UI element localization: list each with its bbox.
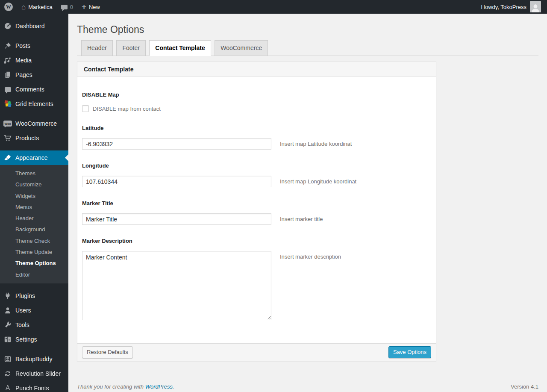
avatar <box>530 1 541 12</box>
longitude-input[interactable] <box>82 176 271 187</box>
home-icon: ⌂ <box>21 3 26 11</box>
sidebar-item-appearance[interactable]: Appearance <box>0 150 68 165</box>
sidebar-item-users[interactable]: Users <box>0 303 68 318</box>
comment-bubble-icon <box>61 5 68 9</box>
sidebar-item-woocommerce[interactable]: Woo WooCommerce <box>0 116 68 131</box>
appearance-submenu: Themes Customize Widgets Menus Header Ba… <box>0 165 68 283</box>
submenu-item-theme-options[interactable]: Theme Options <box>0 258 68 269</box>
new-label: New <box>89 4 100 10</box>
sidebar-item-dashboard[interactable]: Dashboard <box>0 19 68 33</box>
woo-badge-icon: Woo <box>3 119 12 128</box>
admin-bar: W ⌂ Marketica 0 + New Howdy, TokoPress <box>0 0 547 14</box>
comment-count: 0 <box>70 4 73 10</box>
sidebar-item-posts[interactable]: Posts <box>0 38 68 53</box>
backup-box-icon <box>3 355 12 363</box>
submenu-item-themes[interactable]: Themes <box>0 168 68 179</box>
submenu-item-widgets[interactable]: Widgets <box>0 191 68 202</box>
latitude-label: Latitude <box>82 125 431 131</box>
sidebar-item-comments[interactable]: Comments <box>0 82 68 97</box>
marker-description-textarea[interactable]: Marker Content <box>82 251 271 320</box>
wordpress-logo-icon: W <box>4 3 13 11</box>
site-menu[interactable]: ⌂ Marketica <box>17 0 57 14</box>
restore-defaults-button[interactable]: Restore Defaults <box>82 346 133 358</box>
comments-adminbar-link[interactable]: 0 <box>57 0 77 14</box>
letter-a-icon: A <box>3 384 12 392</box>
save-options-button[interactable]: Save Options <box>388 346 431 358</box>
wrench-icon <box>3 321 12 329</box>
pushpin-icon <box>3 41 12 50</box>
disable-map-checkbox[interactable] <box>82 105 89 112</box>
grid-elements-icon <box>3 100 12 108</box>
site-name: Marketica <box>28 4 52 10</box>
wordpress-logo-menu[interactable]: W <box>0 0 17 14</box>
submenu-item-header[interactable]: Header <box>0 213 68 224</box>
person-icon <box>3 306 12 315</box>
plug-icon <box>3 292 12 300</box>
settings-icon <box>3 335 12 344</box>
tab-footer[interactable]: Footer <box>116 40 145 56</box>
sidebar-item-pages[interactable]: Pages <box>0 68 68 82</box>
sidebar-item-media[interactable]: Media <box>0 53 68 68</box>
account-menu[interactable]: Howdy, TokoPress <box>481 0 547 14</box>
howdy-text: Howdy, TokoPress <box>481 4 526 10</box>
dashboard-gauge-icon <box>3 22 12 30</box>
tab-contact-template[interactable]: Contact Template <box>149 40 211 56</box>
page-footer: Thank you for creating with WordPress. V… <box>77 361 538 392</box>
submenu-item-menus[interactable]: Menus <box>0 202 68 213</box>
comment-bubble-icon <box>3 85 12 94</box>
sidebar-item-tools[interactable]: Tools <box>0 318 68 332</box>
marker-title-label: Marker Title <box>82 200 431 206</box>
latitude-help-text: Insert map Latitude koordinat <box>280 141 352 147</box>
longitude-label: Longitude <box>82 162 431 169</box>
tab-header[interactable]: Header <box>81 40 113 56</box>
sidebar-item-settings[interactable]: Settings <box>0 332 68 347</box>
panel-body: DISABLE Map DISABLE map from contact Lat… <box>77 77 436 343</box>
main-content: Theme Options Header Footer Contact Temp… <box>68 0 547 392</box>
media-icon <box>3 56 12 65</box>
marker-title-input[interactable] <box>82 213 271 225</box>
pages-icon <box>3 71 12 79</box>
panel-footer: Restore Defaults Save Options <box>77 343 436 361</box>
marker-description-label: Marker Description <box>82 238 431 244</box>
latitude-input[interactable] <box>82 138 271 150</box>
sidebar-item-backupbuddy[interactable]: BackupBuddy <box>0 352 68 366</box>
footer-thanks-text: Thank you for creating with WordPress. <box>77 383 174 390</box>
admin-sidebar: Dashboard Posts Media Pages Comments <box>0 14 68 392</box>
sidebar-item-revolution-slider[interactable]: Revolution Slider <box>0 366 68 381</box>
sidebar-item-grid-elements[interactable]: Grid Elements <box>0 97 68 111</box>
disable-map-label: DISABLE Map <box>82 91 431 98</box>
paintbrush-icon <box>3 153 12 162</box>
submenu-item-customize[interactable]: Customize <box>0 179 68 190</box>
submenu-item-editor[interactable]: Editor <box>0 269 68 280</box>
refresh-arrows-icon <box>3 369 12 378</box>
cart-icon <box>3 134 12 142</box>
contact-template-panel: Contact Template DISABLE Map DISABLE map… <box>77 62 436 361</box>
plus-icon: + <box>82 3 86 11</box>
marker-description-help-text: Insert marker description <box>280 253 341 260</box>
page-title: Theme Options <box>77 14 538 36</box>
longitude-help-text: Insert map Longitude koordinat <box>280 178 356 185</box>
tab-bar: Header Footer Contact Template WooCommer… <box>77 40 538 56</box>
sidebar-item-plugins[interactable]: Plugins <box>0 289 68 303</box>
submenu-item-theme-update[interactable]: Theme Update <box>0 247 68 258</box>
footer-version: Version 4.1 <box>511 383 538 390</box>
sidebar-item-punch-fonts[interactable]: A Punch Fonts <box>0 381 68 392</box>
sidebar-item-products[interactable]: Products <box>0 131 68 145</box>
tab-woocommerce[interactable]: WooCommerce <box>215 40 268 56</box>
disable-map-checkbox-label: DISABLE map from contact <box>93 106 161 112</box>
wordpress-link[interactable]: WordPress <box>145 383 173 390</box>
panel-title: Contact Template <box>77 62 436 77</box>
submenu-item-theme-check[interactable]: Theme Check <box>0 236 68 247</box>
submenu-item-background[interactable]: Background <box>0 224 68 235</box>
marker-title-help-text: Insert marker title <box>280 216 323 222</box>
new-content-menu[interactable]: + New <box>77 0 104 14</box>
